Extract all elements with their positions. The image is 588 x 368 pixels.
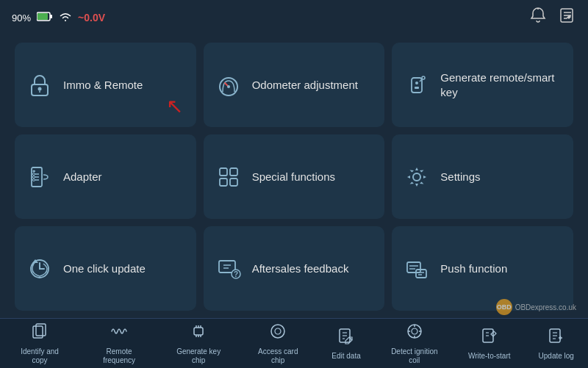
bottom-item-remote-frequency[interactable]: Remote frequency	[87, 320, 151, 368]
update-log-label: Update log	[539, 352, 574, 361]
svg-point-62	[412, 328, 417, 334]
wifi-icon	[59, 12, 72, 24]
svg-rect-42	[416, 270, 426, 278]
update-icon	[26, 256, 53, 281]
odometer-label: Odometer adjustment	[252, 78, 358, 93]
svg-point-8	[38, 87, 42, 90]
svg-rect-1	[37, 13, 48, 20]
remote-frequency-label: Remote frequency	[93, 347, 145, 365]
grid-item-update[interactable]: One click update	[15, 226, 196, 311]
push-icon	[404, 256, 430, 281]
bottom-item-detect-ignition[interactable]: Detect ignition coil	[383, 320, 446, 368]
identify-copy-label: Identify and copy	[14, 347, 65, 365]
speedometer-icon	[215, 73, 242, 98]
svg-point-55	[275, 328, 281, 334]
key-chip-icon	[190, 322, 207, 344]
copy-icon	[31, 322, 49, 344]
detect-ignition-label: Detect ignition coil	[389, 347, 440, 365]
watermark-text: OBDexpress.co.uk	[515, 303, 576, 311]
svg-rect-29	[220, 178, 227, 186]
grid-item-generate-key[interactable]: Generate remote/smart key	[392, 43, 573, 127]
immo-remote-label: Immo & Remote	[63, 78, 143, 93]
bottom-item-generate-key-chip[interactable]: Generate key chip	[167, 320, 230, 368]
main-grid: Immo & Remote ↖ Odometer adjustment Gene…	[0, 35, 588, 318]
status-bar-left: 90% ~0.0V	[12, 12, 522, 24]
update-label: One click update	[63, 261, 146, 276]
write-icon	[481, 327, 498, 349]
svg-rect-27	[220, 168, 227, 176]
log-icon	[548, 327, 565, 349]
bottom-bar: Identify and copy Remote frequency Gener…	[0, 318, 588, 368]
adapter-icon	[26, 165, 53, 190]
svg-rect-30	[230, 178, 237, 186]
feedback-icon: ?	[215, 256, 242, 281]
svg-point-17	[422, 76, 425, 79]
red-arrow-indicator: ↖	[166, 94, 183, 118]
edit-data-label: Edit data	[331, 352, 360, 361]
grid-item-push-function[interactable]: Push function	[392, 226, 573, 311]
edit-data-icon	[337, 327, 355, 349]
grid-item-aftersales[interactable]: ? Aftersales feedback	[204, 226, 385, 311]
remote-key-icon	[404, 73, 430, 98]
svg-point-26	[33, 178, 35, 181]
battery-percent: 90%	[12, 12, 31, 24]
special-functions-label: Special functions	[252, 170, 335, 184]
svg-point-23	[33, 170, 35, 172]
svg-point-24	[33, 173, 35, 175]
svg-rect-13	[412, 78, 422, 93]
detect-icon	[406, 322, 423, 344]
bottom-item-access-card[interactable]: Access card chip	[246, 320, 309, 368]
svg-rect-39	[407, 262, 420, 273]
aftersales-label: Aftersales feedback	[252, 261, 349, 276]
voltage-display: ~0.0V	[78, 12, 105, 24]
gear-icon	[404, 165, 430, 190]
svg-point-12	[227, 85, 230, 88]
grid-item-adapter[interactable]: Adapter	[15, 134, 196, 219]
settings-label: Settings	[440, 170, 480, 184]
svg-point-31	[413, 173, 420, 181]
grid-item-special-functions[interactable]: Special functions	[204, 134, 385, 219]
access-card-label: Access card chip	[252, 347, 304, 365]
svg-rect-2	[50, 15, 52, 18]
status-bar-right	[529, 7, 576, 29]
watermark: OBD OBDexpress.co.uk	[496, 299, 576, 315]
grid-item-immo-remote[interactable]: Immo & Remote ↖	[15, 43, 196, 127]
wave-icon	[110, 322, 128, 344]
bell-icon[interactable]	[529, 7, 547, 29]
write-to-start-label: Write-to-start	[468, 352, 511, 361]
grid-item-settings[interactable]: Settings	[392, 134, 573, 219]
lock-icon	[26, 73, 53, 98]
bottom-item-write-to-start[interactable]: Write-to-start	[462, 324, 517, 364]
svg-rect-47	[194, 328, 203, 335]
status-bar: 90% ~0.0V	[0, 0, 588, 35]
svg-rect-28	[230, 168, 237, 176]
adapter-label: Adapter	[63, 170, 102, 184]
bottom-item-identify-copy[interactable]: Identify and copy	[8, 320, 71, 368]
obd-logo: OBD	[496, 299, 512, 315]
generate-key-chip-label: Generate key chip	[173, 347, 224, 365]
svg-text:?: ?	[234, 270, 238, 278]
apps-icon	[215, 165, 242, 190]
bottom-item-update-log[interactable]: Update log	[533, 324, 580, 364]
generate-key-label: Generate remote/smart key	[440, 71, 562, 99]
svg-point-14	[415, 82, 418, 84]
svg-rect-15	[415, 87, 419, 89]
card-icon	[269, 322, 287, 344]
grid-item-odometer[interactable]: Odometer adjustment	[204, 43, 385, 127]
battery-icon	[37, 12, 53, 24]
edit-icon[interactable]	[559, 7, 576, 29]
push-function-label: Push function	[440, 261, 507, 276]
svg-point-54	[271, 325, 284, 338]
bottom-item-edit-data[interactable]: Edit data	[326, 324, 366, 364]
svg-point-25	[33, 176, 35, 178]
